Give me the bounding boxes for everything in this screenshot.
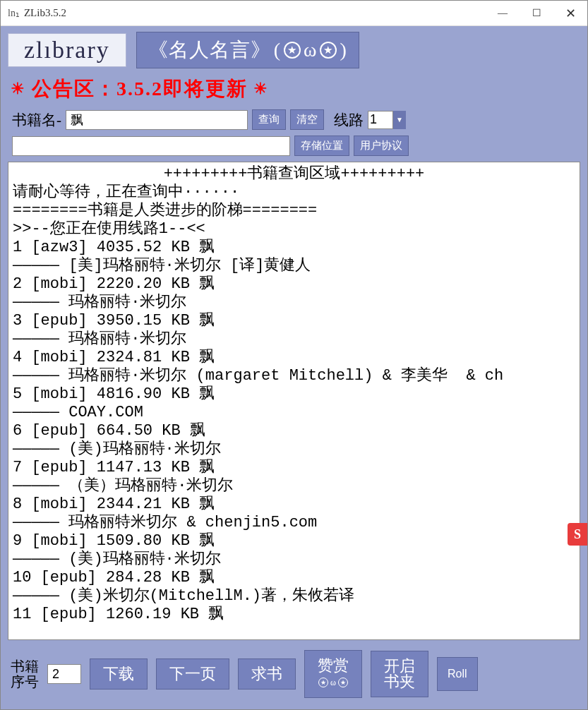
window-title: ZLib3.5.2 (24, 7, 66, 19)
minimize-button[interactable]: — (486, 1, 520, 26)
spark-icon: ☀ (11, 80, 26, 98)
maximize-button[interactable]: ☐ (520, 1, 553, 26)
result-line: ========书籍是人类进步的阶梯======== (13, 202, 575, 220)
result-line: ————— (美)玛格丽特·米切尔 (13, 550, 575, 569)
result-line: ————— 玛格丽特·米切尔 (13, 330, 575, 349)
titlebar: ln₁ ZLib3.5.2 — ☐ ✕ (1, 1, 587, 26)
open-folder-button[interactable]: 开启 书夹 (371, 651, 428, 697)
result-line: 请耐心等待，正在查询中······ (13, 183, 575, 202)
query-button[interactable]: 查询 (252, 109, 286, 130)
result-line: ————— (美)玛格丽特·米切尔 (13, 440, 575, 459)
notice-text: 公告区：3.5.2即将更新 (32, 76, 248, 102)
result-line: ————— 玛格丽特·米切尔 (13, 294, 575, 312)
result-line: 7 [epub] 1147.13 KB 飘 (13, 459, 575, 477)
result-line: >>--您正在使用线路1--<< (13, 220, 575, 239)
result-line: ————— (美)米切尔(MitchellM.)著，朱攸若译 (13, 587, 575, 606)
praise-button[interactable]: 赞赏 ★ ω ★ (304, 650, 362, 698)
result-line: 8 [mobi] 2344.21 KB 飘 (13, 495, 575, 514)
serial-input[interactable] (47, 664, 81, 684)
star-icon: ★ (320, 42, 337, 59)
request-book-button[interactable]: 求书 (238, 658, 296, 690)
save-path-input[interactable] (12, 136, 290, 156)
result-line: ————— 玛格丽特米切尔 & chenjin5.com (13, 514, 575, 532)
logo: zlıbrary (8, 33, 126, 67)
result-line: 2 [mobi] 2220.20 KB 飘 (13, 275, 575, 294)
line-select[interactable] (368, 111, 393, 129)
clear-button[interactable]: 清空 (290, 109, 324, 130)
chevron-down-icon[interactable]: ▼ (393, 111, 406, 129)
save-location-button[interactable]: 存储位置 (294, 136, 349, 156)
results-header: +++++++++书籍查询区域+++++++++ (13, 165, 575, 183)
quote-text: 《名人名言》 (148, 37, 271, 64)
star-icon: ★ (284, 42, 301, 59)
result-line: ————— COAY.COM (13, 404, 575, 422)
user-agreement-button[interactable]: 用户协议 (354, 136, 409, 156)
next-page-button[interactable]: 下一页 (156, 658, 229, 690)
download-button[interactable]: 下载 (90, 658, 148, 690)
result-line: 9 [mobi] 1509.80 KB 飘 (13, 532, 575, 550)
book-name-label: 书籍名- (12, 110, 61, 130)
quote-banner: 《名人名言》 ( ★ ω ★ ) (136, 32, 359, 68)
notice-bar: ☀ 公告区：3.5.2即将更新 ☀ (8, 74, 580, 104)
spark-icon: ☀ (253, 80, 269, 98)
search-input[interactable] (66, 110, 248, 130)
line-label: 线路 (334, 110, 364, 130)
result-line: ————— 玛格丽特·米切尔 (margaret Mitchell) & 李美华… (13, 367, 575, 385)
result-line: 6 [epub] 664.50 KB 飘 (13, 422, 575, 440)
result-line: ————— （美）玛格丽特·米切尔 (13, 477, 575, 495)
side-badge[interactable]: S (568, 523, 587, 546)
serial-label: 书籍 序号 (11, 658, 39, 690)
result-line: 5 [mobi] 4816.90 KB 飘 (13, 385, 575, 404)
result-line: ————— [美]玛格丽特·米切尔 [译]黄健人 (13, 257, 575, 275)
result-line: 11 [epub] 1260.19 KB 飘 (13, 606, 575, 624)
results-area[interactable]: +++++++++书籍查询区域+++++++++请耐心等待，正在查询中·····… (8, 162, 580, 640)
result-line: 4 [mobi] 2324.81 KB 飘 (13, 349, 575, 367)
close-button[interactable]: ✕ (553, 1, 587, 26)
app-icon: ln₁ (8, 7, 20, 19)
result-line: 10 [epub] 284.28 KB 飘 (13, 569, 575, 587)
roll-button[interactable]: Roll (437, 657, 478, 691)
result-line: 3 [epub] 3950.15 KB 飘 (13, 312, 575, 330)
result-line: 1 [azw3] 4035.52 KB 飘 (13, 239, 575, 257)
